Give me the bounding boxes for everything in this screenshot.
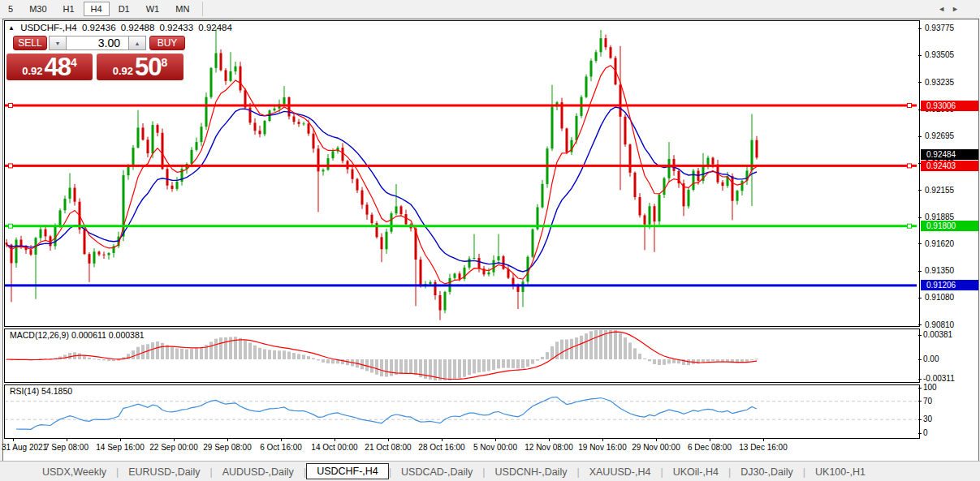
price-axis-label: 0.93505 — [925, 50, 954, 59]
tab-scroll-right-icon[interactable]: ► — [952, 5, 965, 13]
date-axis-tick — [227, 438, 228, 441]
price-badge-091206: 0.91206 — [921, 280, 978, 290]
rsi-scale-label: 30 — [923, 414, 932, 423]
date-axis-label: 7 Sep 08:00 — [45, 443, 89, 452]
price-axis-tick — [918, 217, 922, 218]
timeframe-button-mn[interactable]: MN — [168, 2, 196, 16]
price-axis-label: 0.91080 — [925, 293, 954, 302]
date-axis-label: 19 Nov 16:00 — [578, 443, 627, 452]
chart-tab-usdx-weekly[interactable]: USDX,Weekly — [32, 465, 116, 479]
date-axis-tick — [67, 438, 67, 441]
price-axis-tick — [918, 136, 922, 137]
price-axis-label: 0.93775 — [925, 24, 954, 32]
date-axis-tick — [388, 438, 389, 441]
price-axis-label: 0.93235 — [925, 78, 954, 87]
date-axis-tick — [335, 438, 335, 441]
one-click-trading-panel: SELL ▼ ▲ BUY 0.92 48 4 0.92 50 8 — [6, 36, 185, 80]
price-axis-tick — [918, 28, 922, 29]
date-axis-tick — [120, 438, 121, 441]
price-axis-tick — [918, 243, 922, 244]
rsi-scale-tick — [918, 433, 922, 434]
sell-price-pip: 4 — [71, 56, 77, 69]
rsi-line — [16, 397, 757, 430]
toolbar-separator — [202, 2, 203, 16]
price-axis-label: 0.91620 — [925, 239, 954, 248]
macd-scale-label: 0.00381 — [923, 330, 952, 339]
chart-tab-usdcnh-daily[interactable]: USDCNH-,Daily — [486, 465, 577, 479]
volume-increase-button[interactable]: ▲ — [128, 36, 146, 50]
price-badge-092403: 0.92403 — [921, 161, 978, 171]
sell-price-main: 48 — [45, 53, 71, 82]
chart-tab-xauusd-h4[interactable]: XAUUSD-,H4 — [580, 465, 661, 479]
date-axis-tick — [710, 438, 710, 441]
symbol-period-label: USDCHF-,H4 — [20, 23, 77, 32]
price-axis-label: 0.92695 — [925, 131, 954, 140]
sell-price-box[interactable]: 0.92 48 4 — [6, 54, 93, 80]
rsi-scale-label: 100 — [923, 383, 937, 392]
date-axis-label: 12 Nov 08:00 — [525, 443, 573, 452]
date-axis-tick — [281, 438, 282, 441]
date-axis-label: 14 Sep 16:00 — [96, 443, 145, 452]
date-axis-label: 14 Oct 00:00 — [311, 443, 357, 452]
chart-tab-ukoil-h4[interactable]: UKOil-,H4 — [663, 465, 728, 479]
rsi-scale-tick — [918, 419, 922, 420]
date-axis-tick — [495, 438, 496, 441]
price-axis-tick — [918, 55, 922, 56]
timeframe-button-h4[interactable]: H4 — [84, 2, 110, 16]
horizontal-lines-layer — [5, 104, 917, 287]
timeframe-toolbar: 5M30H1H4D1W1MN — [0, 0, 980, 19]
macd-scale-label: 0.00 — [923, 354, 939, 363]
date-axis-tick — [13, 438, 14, 441]
date-axis-tick — [763, 438, 764, 441]
rsi-scale-tick — [918, 388, 922, 389]
volume-input[interactable] — [67, 36, 128, 50]
timeframe-button-d1[interactable]: D1 — [111, 2, 137, 16]
chart-tab-dj30-daily[interactable]: DJ30-,Daily — [731, 465, 803, 479]
timeframe-button-m30[interactable]: M30 — [22, 2, 54, 16]
date-axis-label: 22 Sep 00:00 — [149, 443, 198, 452]
ohlc-low: 0.92433 — [160, 23, 194, 32]
price-badge-093006: 0.93006 — [921, 101, 978, 111]
date-axis-tick — [549, 438, 550, 441]
rsi-label: RSI(14) 54.1850 — [10, 386, 72, 396]
collapse-triangle-icon[interactable]: ▲ — [8, 24, 15, 32]
date-axis-tick — [442, 438, 443, 441]
rsi-scale-label: 0 — [923, 428, 928, 437]
rsi-indicator-canvas[interactable] — [5, 385, 917, 436]
macd-scale-label: -0.00311 — [923, 374, 955, 383]
sell-price-prefix: 0.92 — [22, 65, 42, 77]
buy-price-box[interactable]: 0.92 50 8 — [97, 54, 183, 80]
price-axis-tick — [918, 271, 922, 272]
price-axis-label: 0.91350 — [925, 266, 954, 275]
buy-button[interactable]: BUY — [149, 36, 185, 50]
timeframe-button-5[interactable]: 5 — [1, 2, 20, 16]
sell-button[interactable]: SELL — [13, 36, 47, 50]
date-axis-label: 31 Aug 2021 — [2, 443, 47, 452]
chart-tab-uk100-h1[interactable]: UK100-,H1 — [805, 465, 875, 479]
chart-tab-audusd-daily[interactable]: AUDUSD-,Daily — [213, 465, 304, 479]
tab-scroll-arrows: ◄► — [938, 5, 965, 13]
price-axis-tick — [918, 190, 922, 191]
volume-decrease-button[interactable]: ▼ — [49, 36, 67, 50]
price-axis-tick — [918, 82, 922, 83]
price-axis-tick — [918, 298, 922, 298]
tab-scroll-left-icon[interactable]: ◄ — [938, 5, 952, 13]
rsi-scale-tick — [918, 401, 922, 402]
chevron-down-icon: ▼ — [55, 41, 61, 46]
chart-tab-usdcad-daily[interactable]: USDCAD-,Daily — [391, 465, 482, 479]
trading-platform-window: 5M30H1H4D1W1MN 0.937750.935050.932350.92… — [0, 0, 980, 481]
chart-title: ▲ USDCHF-,H4 0.92436 0.92488 0.92433 0.9… — [8, 23, 235, 32]
chevron-up-icon: ▲ — [135, 41, 140, 46]
chart-tab-eurusd-daily[interactable]: EURUSD-,Daily — [119, 465, 209, 479]
date-axis-label: 28 Oct 16:00 — [418, 443, 464, 452]
timeframe-button-h1[interactable]: H1 — [56, 2, 82, 16]
buy-price-prefix: 0.92 — [113, 65, 133, 77]
price-axis-tick — [918, 324, 922, 325]
chart-tab-usdchf-h4[interactable]: USDCHF-,H4 — [306, 463, 389, 479]
chart-tab-bar: USDX,Weekly|EURUSD-,Daily|AUDUSD-,Daily|… — [0, 461, 980, 481]
date-axis-label: 29 Sep 08:00 — [203, 443, 252, 452]
timeframe-button-w1[interactable]: W1 — [139, 2, 167, 16]
price-badge-092484: 0.92484 — [921, 149, 978, 160]
date-axis-tick — [602, 438, 603, 441]
macd-scale-tick — [918, 379, 922, 380]
